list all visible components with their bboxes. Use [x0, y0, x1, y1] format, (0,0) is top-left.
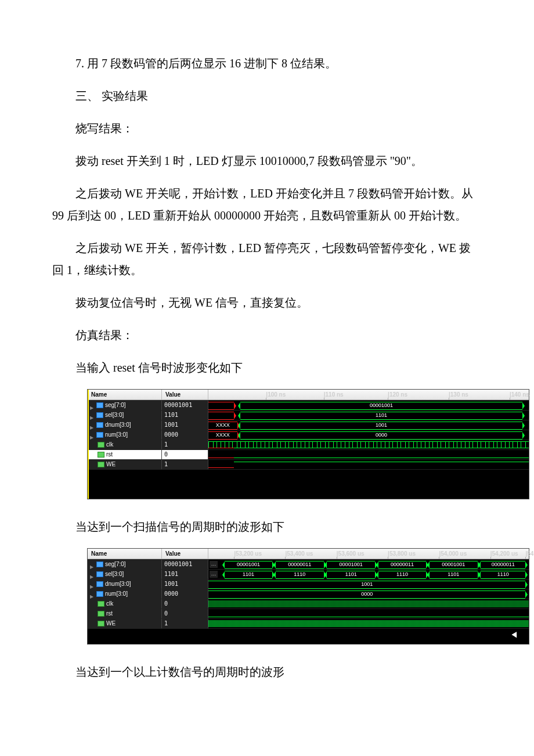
bus-segment: 1110 — [276, 571, 324, 579]
signal-row[interactable]: num[3:0]00000000 — [88, 589, 529, 599]
timeline-cursor[interactable] — [88, 390, 89, 499]
signal-line — [208, 467, 234, 468]
signal-name-cell[interactable]: seg[7:0] — [88, 560, 162, 569]
bus-icon — [96, 571, 103, 577]
signal-name-cell[interactable]: rst — [88, 450, 162, 459]
expand-icon[interactable] — [90, 572, 95, 577]
column-header-name: Name — [88, 549, 162, 559]
waveform-cell[interactable]: 1001 — [208, 579, 529, 589]
signal-name-cell[interactable]: rst — [88, 609, 162, 618]
signal-value-cell: 00001001 — [162, 401, 208, 410]
waveform-cell[interactable]: 1101 — [208, 411, 529, 420]
paragraph: 拨动 reset 开关到 1 时，LED 灯显示 10010000,7 段数码管… — [52, 150, 482, 172]
waveform-cell[interactable]: 00001001 — [208, 401, 529, 410]
signal-name-label: WE — [106, 619, 116, 628]
dense-signal-icon — [208, 620, 529, 627]
bus-segment — [208, 412, 234, 420]
signal-row[interactable]: dnum[3:0]10011001 — [88, 579, 529, 589]
bus-segment: 00001001 — [225, 561, 273, 569]
ellipsis-icon: … — [210, 561, 218, 568]
signal-row[interactable]: seg[7:0]00001001…00001001000000110000100… — [88, 559, 529, 569]
time-tick: |110 ns — [324, 390, 344, 399]
bus-segment — [208, 402, 234, 410]
signal-name-cell[interactable]: num[3:0] — [88, 430, 162, 440]
signal-name-cell[interactable]: clk — [88, 599, 162, 609]
waveform-cell[interactable]: 0000 — [208, 589, 529, 599]
waveform-cell[interactable] — [208, 609, 529, 618]
signal-name-cell[interactable]: dnum[3:0] — [88, 420, 162, 430]
waveform-cell[interactable] — [208, 460, 529, 469]
time-tick: |130 ns — [449, 390, 468, 399]
time-tick: |54,000 us — [439, 549, 467, 559]
signal-name-label: clk — [106, 599, 113, 609]
paragraph: 拨动复位信号时，无视 WE 信号，直接复位。 — [52, 291, 482, 314]
bus-segment: 0000 — [240, 431, 522, 440]
signal-name-label: rst — [106, 450, 113, 459]
signal-row[interactable]: sel[3:0]11011101 — [88, 410, 529, 420]
waveform-cell[interactable]: …000010010000001100001001000000110000100… — [208, 560, 529, 569]
bus-icon — [96, 561, 103, 567]
waveform-cell[interactable] — [208, 450, 529, 459]
waveform-cell[interactable] — [208, 619, 529, 628]
bus-segment: 1001 — [208, 581, 525, 589]
paragraph: 仿真结果： — [52, 324, 482, 346]
signal-row[interactable]: num[3:0]0000XXXX0000 — [88, 430, 529, 440]
bus-segment: 00000011 — [378, 561, 427, 569]
signal-name-cell[interactable]: clk — [88, 440, 162, 449]
signal-name-cell[interactable]: sel[3:0] — [88, 570, 162, 579]
waveform-blank-area — [88, 469, 529, 499]
waveform-screenshot-2: Name Value |53,200 us|53,400 us|53,600 u… — [87, 548, 482, 645]
signal-name-cell[interactable]: sel[3:0] — [88, 411, 162, 420]
signal-row[interactable]: WE1 — [88, 618, 529, 628]
expand-icon[interactable] — [90, 562, 95, 567]
column-header-name: Name — [88, 390, 162, 399]
expand-icon[interactable] — [90, 592, 95, 596]
signal-line — [234, 462, 529, 462]
signal-row[interactable]: clk1 — [88, 440, 529, 449]
waveform-cell[interactable]: XXXX0000 — [208, 430, 529, 440]
signal-name-label: clk — [106, 440, 113, 449]
signal-value-cell: 1 — [162, 460, 208, 469]
waveform-cell[interactable]: …110111101101111011011110 — [208, 570, 529, 579]
signal-row[interactable]: seg[7:0]0000100100001001 — [88, 400, 529, 410]
bus-segment: 00000011 — [276, 561, 324, 569]
expand-icon[interactable] — [90, 433, 95, 437]
signal-icon — [98, 621, 104, 627]
signal-value-cell: 1101 — [162, 570, 208, 579]
signal-row[interactable]: clk0 — [88, 599, 529, 609]
signal-name-cell[interactable]: num[3:0] — [88, 589, 162, 599]
signal-name-cell[interactable]: WE — [88, 460, 162, 469]
time-ruler: |53,200 us|53,400 us|53,600 us|53,800 us… — [208, 549, 529, 559]
signal-name-cell[interactable]: dnum[3:0] — [88, 579, 162, 589]
time-tick: |53,200 us — [234, 549, 262, 559]
signal-line — [208, 617, 529, 617]
bus-segment: 00001001 — [240, 402, 522, 410]
signal-row[interactable]: rst0 — [88, 609, 529, 618]
waveform-cell[interactable]: XXXX1001 — [208, 420, 529, 430]
signal-row[interactable]: rst0 — [88, 449, 529, 459]
paragraph: 之后拨动 WE 开关，暂停计数，LED 暂停亮灭，七段数码管暂停变化，WE 拨回… — [52, 237, 482, 281]
paragraph: 烧写结果： — [52, 117, 482, 139]
time-tick: |53,800 us — [388, 549, 416, 559]
bus-icon — [96, 581, 103, 587]
signal-name-cell[interactable]: seg[7:0] — [88, 401, 162, 410]
signal-value-cell: 0 — [162, 450, 208, 459]
signal-value-cell: 0 — [162, 609, 208, 618]
signal-name-label: seg[7:0] — [105, 401, 126, 410]
signal-value-cell: 1 — [162, 440, 208, 449]
expand-icon[interactable] — [90, 413, 95, 417]
expand-icon[interactable] — [90, 403, 95, 408]
signal-row[interactable]: WE1 — [88, 459, 529, 469]
signal-row[interactable]: sel[3:0]1101…110111101101111011011110 — [88, 569, 529, 579]
signal-value-cell: 1001 — [162, 579, 208, 589]
waveform-cell[interactable] — [208, 599, 529, 609]
expand-icon[interactable] — [90, 582, 95, 586]
signal-name-cell[interactable]: WE — [88, 619, 162, 628]
waveform-cell[interactable] — [208, 440, 529, 449]
expand-icon[interactable] — [90, 423, 95, 427]
signal-name-label: seg[7:0] — [105, 560, 126, 569]
signal-row[interactable]: dnum[3:0]1001XXXX1001 — [88, 420, 529, 430]
paragraph: 当达到一个以上计数信号的周期时的波形 — [52, 661, 482, 683]
waveform-screenshot-1: Name Value |100 ns|110 ns|120 ns|130 ns|… — [87, 389, 482, 499]
signal-icon — [98, 601, 104, 607]
